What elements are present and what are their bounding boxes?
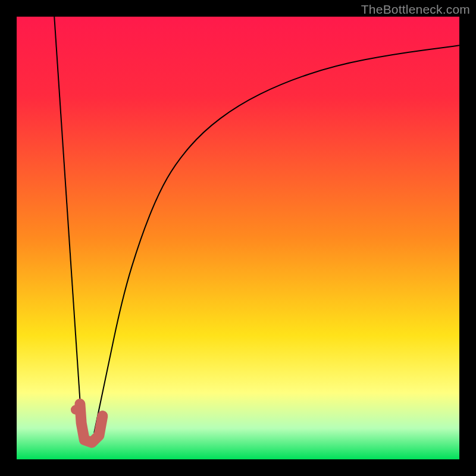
watermark-text: TheBottleneck.com (361, 2, 470, 17)
curves-layer (17, 17, 459, 459)
plot-area (17, 17, 459, 459)
marker-dot (71, 405, 80, 415)
outer-frame: TheBottleneck.com (0, 0, 476, 476)
left-branch (54, 17, 82, 433)
right-branch (94, 45, 459, 433)
